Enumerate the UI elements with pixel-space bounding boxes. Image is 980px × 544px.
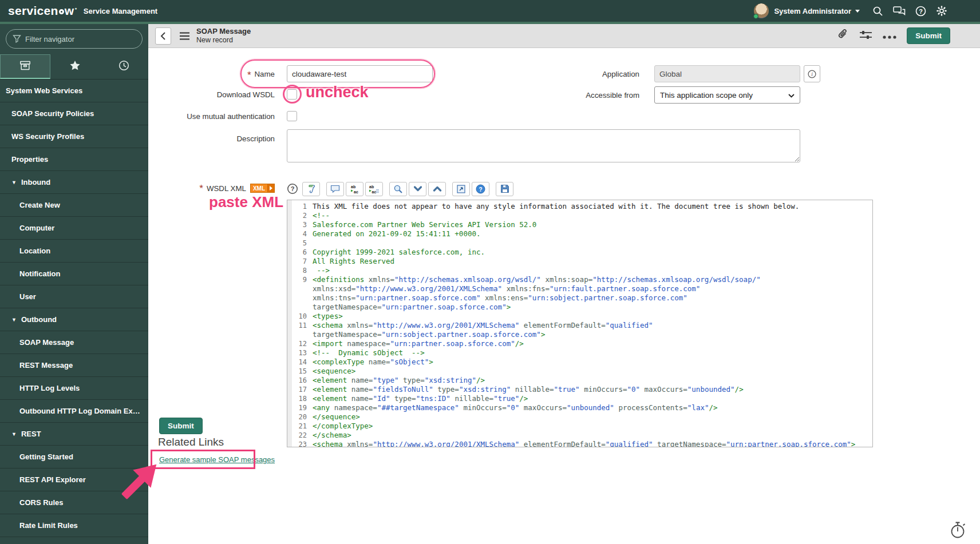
wsdl-xml-editor[interactable]: 1This XML file does not appear to have a…	[287, 200, 873, 447]
sidebar-item-rest-api-explorer[interactable]: REST API Explorer	[0, 468, 148, 491]
editor-line: 18<element name="Id" type="tns:ID" nilla…	[287, 394, 872, 403]
sidebar-item-soap-security-policies[interactable]: SOAP Security Policies	[0, 102, 148, 125]
sidebar: System Web ServicesSOAP Security Policie…	[0, 24, 148, 544]
replace-toolbar-button[interactable]: abac	[346, 182, 363, 196]
comment-toolbar-button[interactable]	[326, 182, 344, 196]
chevron-down-toolbar-button[interactable]	[409, 182, 426, 196]
submit-button-top[interactable]: Submit	[907, 27, 950, 44]
sidebar-item-user[interactable]: User	[0, 285, 148, 308]
help-toolbar-button[interactable]: ?	[472, 182, 489, 196]
sidebar-item-ws-security-profiles[interactable]: WS Security Profiles	[0, 125, 148, 148]
line-content: <import namespace="urn:partner.soap.sfor…	[313, 339, 872, 348]
line-number: 12	[287, 339, 313, 348]
chat-icon[interactable]	[893, 6, 906, 17]
logo-text-2: w	[65, 4, 74, 18]
replace-all-toolbar-button[interactable]: abac	[365, 182, 383, 196]
sidebar-item-label: Notification	[19, 269, 61, 278]
save-toolbar-button[interactable]	[496, 182, 513, 196]
wsdl-toolbar: ? abacabac?	[287, 181, 515, 196]
xml-badge[interactable]: XML	[250, 184, 275, 193]
mutual-auth-checkbox[interactable]	[287, 111, 297, 121]
gear-icon[interactable]	[936, 5, 947, 17]
application-info-button[interactable]: i	[804, 65, 820, 82]
back-button[interactable]	[155, 27, 171, 45]
editor-line: 7All Rights Reserved	[287, 257, 872, 266]
paperclip-icon[interactable]	[837, 29, 849, 43]
chevron-down-icon[interactable]	[855, 10, 860, 13]
line-number: 11	[287, 321, 313, 339]
sidebar-item-label: Outbound HTTP Log Domain Ex…	[19, 407, 140, 415]
line-content: All Rights Reserved	[313, 257, 872, 266]
download-wsdl-checkbox[interactable]	[287, 89, 297, 100]
avatar[interactable]	[754, 3, 769, 18]
tab-all-applications[interactable]	[0, 54, 50, 79]
sidebar-item-http-log-levels[interactable]: HTTP Log Levels	[0, 377, 148, 400]
tab-favorites[interactable]	[50, 54, 100, 79]
editor-line: 17<element name="fieldsToNull" type="xsd…	[287, 385, 872, 394]
line-number: 1	[287, 202, 313, 211]
product-name: Service Management	[84, 7, 157, 15]
line-content: </sequence>	[313, 412, 872, 422]
find-toolbar-button[interactable]	[389, 182, 407, 196]
sidebar-item-system-web-services[interactable]: System Web Services	[0, 80, 148, 102]
submit-button-bottom[interactable]: Submit	[159, 418, 203, 434]
servicenow-logo: servicenw ●	[8, 4, 77, 18]
form-context-menu-icon[interactable]	[179, 31, 190, 41]
chevron-down-icon	[788, 91, 795, 100]
open-window-toolbar-button[interactable]	[452, 182, 470, 196]
line-content: <types>	[313, 312, 872, 321]
more-options-icon[interactable]	[883, 31, 896, 41]
name-input[interactable]	[287, 65, 433, 82]
help-outline-icon[interactable]: ?	[287, 183, 298, 194]
editor-line: 14<complexType name="sObject">	[287, 358, 872, 367]
tab-history[interactable]	[99, 54, 148, 79]
chevron-up-toolbar-button[interactable]	[428, 182, 446, 196]
line-content: Salesforce.com Partner Web Services API …	[313, 220, 872, 229]
sidebar-item-rest[interactable]: ▼REST	[0, 423, 148, 446]
line-content: <element name="fieldsToNull" type="xsd:s…	[313, 385, 872, 394]
application-input[interactable]	[654, 65, 800, 82]
collapse-triangle-icon: ▼	[11, 431, 17, 437]
editor-line: 21</complexType>	[287, 422, 872, 431]
script-toolbar-button[interactable]	[302, 182, 320, 196]
application-label: Application	[525, 65, 639, 82]
script-icon	[306, 184, 316, 194]
sidebar-item-computer[interactable]: Computer	[0, 217, 148, 240]
generate-sample-soap-link[interactable]: Generate sample SOAP messages	[159, 455, 275, 464]
sidebar-item-inbound[interactable]: ▼Inbound	[0, 171, 148, 194]
line-number: 10	[287, 312, 313, 321]
description-textarea[interactable]	[287, 129, 800, 162]
header-actions: Submit	[837, 27, 950, 44]
line-content: </complexType>	[313, 422, 872, 431]
sidebar-item-outbound[interactable]: ▼Outbound	[0, 308, 148, 331]
svg-text:ac: ac	[372, 189, 377, 193]
line-content: <any namespace="##targetNamespace" minOc…	[313, 403, 872, 412]
line-number: 9	[287, 275, 313, 312]
filter-navigator-input[interactable]	[6, 29, 143, 49]
user-menu[interactable]: System Administrator	[774, 7, 851, 15]
comment-icon	[330, 184, 340, 193]
line-content: <element name="Id" type="tns:ID" nillabl…	[313, 394, 872, 403]
search-icon[interactable]	[872, 6, 883, 17]
sidebar-item-outbound-http-log-domain-ex[interactable]: Outbound HTTP Log Domain Ex…	[0, 400, 148, 423]
sidebar-item-location[interactable]: Location	[0, 240, 148, 263]
sidebar-item-soap-message[interactable]: SOAP Message	[0, 331, 148, 354]
help-icon[interactable]: ?	[915, 6, 926, 17]
accessible-from-select[interactable]: This application scope only	[654, 86, 800, 104]
svg-text:ac: ac	[354, 189, 358, 193]
sidebar-item-label: WS Security Profiles	[11, 132, 84, 141]
response-time-icon[interactable]	[950, 521, 967, 542]
sidebar-item-notification[interactable]: Notification	[0, 263, 148, 285]
sidebar-item-cors-rules[interactable]: CORS Rules	[0, 491, 148, 514]
sidebar-item-rate-limit-rules[interactable]: Rate Limit Rules	[0, 514, 148, 537]
sidebar-item-label: SOAP Security Policies	[11, 109, 94, 118]
line-number: 14	[287, 358, 313, 367]
sidebar-tabs	[0, 54, 148, 80]
sidebar-item-rest-message[interactable]: REST Message	[0, 354, 148, 377]
sidebar-item-create-new[interactable]: Create New	[0, 194, 148, 217]
chevron-up-icon	[433, 185, 442, 192]
personalize-form-icon[interactable]	[859, 29, 872, 43]
sidebar-item-getting-started[interactable]: Getting Started	[0, 446, 148, 468]
line-content: Copyright 1999-2021 salesforce.com, inc.	[313, 248, 872, 257]
sidebar-item-properties[interactable]: Properties	[0, 148, 148, 171]
